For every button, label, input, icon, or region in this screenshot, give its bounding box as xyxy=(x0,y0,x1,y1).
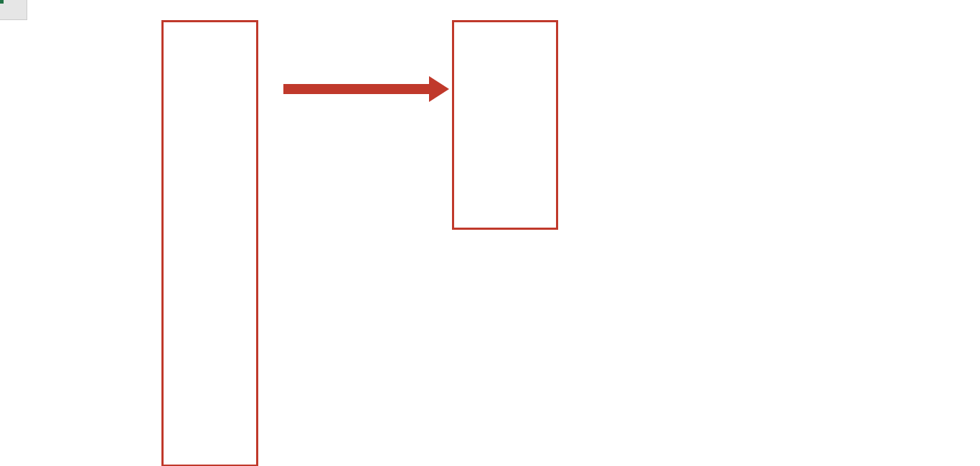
red-highlight-box-left xyxy=(161,20,258,466)
red-arrow-head xyxy=(429,76,449,102)
spreadsheet-area xyxy=(0,0,980,466)
select-all-corner[interactable] xyxy=(0,0,27,20)
column-headers xyxy=(0,0,27,20)
red-arrow-shaft xyxy=(283,84,430,94)
red-highlight-box-right xyxy=(452,20,558,230)
